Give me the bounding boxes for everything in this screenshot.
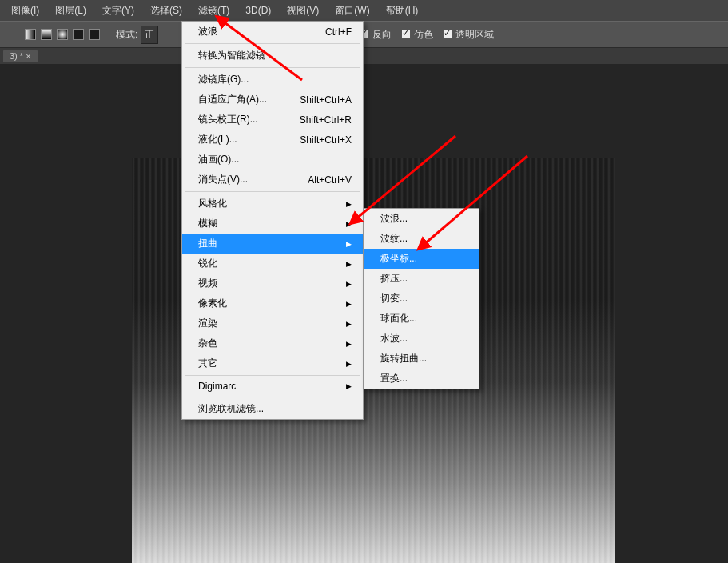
filter-menu-item[interactable]: 扭曲▶ <box>182 234 363 254</box>
checkbox-icon <box>443 30 452 39</box>
menu-item-label: 波浪... <box>380 212 408 226</box>
filter-menu-item[interactable]: Digimarc▶ <box>182 377 363 395</box>
gradient-linear-icon[interactable] <box>25 29 36 40</box>
menu-item-label: 旋转扭曲... <box>380 352 427 365</box>
menu-separator <box>185 191 360 192</box>
filter-menu-item[interactable]: 渲染▶ <box>182 313 363 333</box>
menu-item-label: 杂色 <box>198 337 217 350</box>
options-bar: 模式: 正 反向 仿色 透明区域 <box>0 21 728 48</box>
distort-submenu-item[interactable]: 切变... <box>364 289 479 309</box>
distort-submenu-item[interactable]: 旋转扭曲... <box>364 349 479 369</box>
menu-separator <box>185 375 360 376</box>
menu-item-label: 油画(O)... <box>198 153 239 166</box>
dither-label: 仿色 <box>414 28 433 42</box>
menu-text[interactable]: 文字(Y) <box>94 1 142 21</box>
menu-item-label: 锐化 <box>198 257 217 270</box>
reverse-checkbox[interactable]: 反向 <box>360 28 392 42</box>
transparency-label: 透明区域 <box>455 28 494 42</box>
filter-menu-item[interactable]: 消失点(V)...Alt+Ctrl+V <box>182 170 363 190</box>
menu-image[interactable]: 图像(I) <box>3 1 47 21</box>
menu-separator <box>185 43 360 44</box>
menu-layer[interactable]: 图层(L) <box>47 1 94 21</box>
menu-item-label: 扭曲 <box>198 237 217 250</box>
filter-menu-item[interactable]: 视频▶ <box>182 274 363 293</box>
menu-window[interactable]: 窗口(W) <box>327 1 377 21</box>
menu-item-label: 像素化 <box>198 297 227 310</box>
menu-item-label: 波纹... <box>380 232 408 246</box>
filter-menu-item[interactable]: 风格化▶ <box>182 194 363 214</box>
menu-shortcut: Shift+Ctrl+X <box>300 134 352 146</box>
menu-shortcut: Shift+Ctrl+R <box>300 114 352 126</box>
gradient-angle-icon[interactable] <box>57 29 68 40</box>
filter-menu-dropdown: 波浪Ctrl+F转换为智能滤镜滤镜库(G)...自适应广角(A)...Shift… <box>181 21 364 420</box>
menu-item-label: 镜头校正(R)... <box>198 113 258 126</box>
separator <box>109 26 109 43</box>
menu-view[interactable]: 视图(V) <box>279 1 327 21</box>
menu-3d[interactable]: 3D(D) <box>237 2 279 19</box>
menu-filter[interactable]: 滤镜(T) <box>190 1 237 21</box>
menu-separator <box>185 67 360 68</box>
gradient-radial-icon[interactable] <box>41 29 52 40</box>
distort-submenu-item[interactable]: 波浪... <box>364 209 479 229</box>
menu-item-label: 消失点(V)... <box>198 173 248 186</box>
submenu-arrow-icon: ▶ <box>346 220 352 228</box>
menu-item-label: 浏览联机滤镜... <box>198 402 264 416</box>
submenu-arrow-icon: ▶ <box>346 240 352 248</box>
filter-menu-item[interactable]: 锐化▶ <box>182 254 363 274</box>
filter-menu-item[interactable]: 转换为智能滤镜 <box>182 46 363 66</box>
filter-menu-item[interactable]: 滤镜库(G)... <box>182 70 363 90</box>
menu-help[interactable]: 帮助(H) <box>378 1 427 21</box>
menu-item-label: 自适应广角(A)... <box>198 93 267 106</box>
submenu-arrow-icon: ▶ <box>346 260 352 268</box>
menu-item-label: 液化(L)... <box>198 133 237 146</box>
filter-menu-item[interactable]: 其它▶ <box>182 353 363 373</box>
filter-menu-item[interactable]: 波浪Ctrl+F <box>182 22 363 42</box>
tab-label: 3) * × <box>10 51 31 61</box>
menubar: 图像(I) 图层(L) 文字(Y) 选择(S) 滤镜(T) 3D(D) 视图(V… <box>0 0 728 21</box>
menu-item-label: 挤压... <box>380 272 408 285</box>
reverse-label: 反向 <box>372 28 392 42</box>
submenu-arrow-icon: ▶ <box>346 340 352 348</box>
menu-item-label: 其它 <box>198 357 217 370</box>
dither-checkbox[interactable]: 仿色 <box>401 28 433 42</box>
filter-menu-item[interactable]: 油画(O)... <box>182 150 363 170</box>
menu-item-label: 视频 <box>198 277 217 290</box>
menu-shortcut: Alt+Ctrl+V <box>308 174 352 186</box>
menu-item-label: 模糊 <box>198 217 217 230</box>
gradient-diamond-icon[interactable] <box>89 29 100 40</box>
menu-item-label: Digimarc <box>198 381 236 392</box>
menu-select[interactable]: 选择(S) <box>142 1 190 21</box>
mode-label: 模式: <box>116 28 137 42</box>
filter-menu-item[interactable]: 液化(L)...Shift+Ctrl+X <box>182 130 363 150</box>
distort-submenu-item[interactable]: 水波... <box>364 329 479 349</box>
menu-item-label: 滤镜库(G)... <box>198 73 249 86</box>
menu-item-label: 水波... <box>380 332 408 345</box>
submenu-arrow-icon: ▶ <box>346 280 352 288</box>
menu-item-label: 球面化... <box>380 312 417 325</box>
filter-menu-item[interactable]: 自适应广角(A)...Shift+Ctrl+A <box>182 90 363 110</box>
submenu-arrow-icon: ▶ <box>346 300 352 308</box>
filter-menu-item[interactable]: 浏览联机滤镜... <box>182 399 363 419</box>
filter-menu-item[interactable]: 模糊▶ <box>182 214 363 234</box>
filter-menu-item[interactable]: 杂色▶ <box>182 333 363 353</box>
distort-submenu-item[interactable]: 极坐标... <box>364 249 479 269</box>
transparency-checkbox[interactable]: 透明区域 <box>443 28 494 42</box>
filter-menu-item[interactable]: 镜头校正(R)...Shift+Ctrl+R <box>182 110 363 130</box>
menu-item-label: 置换... <box>380 372 408 385</box>
menu-separator <box>185 397 360 397</box>
distort-submenu-item[interactable]: 置换... <box>364 369 479 389</box>
distort-submenu-item[interactable]: 波纹... <box>364 229 479 249</box>
menu-shortcut: Ctrl+F <box>325 26 352 38</box>
submenu-arrow-icon: ▶ <box>346 200 352 208</box>
document-tab[interactable]: 3) * × <box>3 50 38 62</box>
gradient-reflected-icon[interactable] <box>73 29 84 40</box>
distort-submenu-item[interactable]: 挤压... <box>364 269 479 289</box>
distort-submenu-dropdown: 波浪...波纹...极坐标...挤压...切变...球面化...水波...旋转扭… <box>364 208 479 389</box>
distort-submenu-item[interactable]: 球面化... <box>364 309 479 329</box>
menu-item-label: 转换为智能滤镜 <box>198 49 265 62</box>
menu-item-label: 波浪 <box>198 25 217 38</box>
menu-item-label: 渲染 <box>198 317 217 330</box>
menu-item-label: 风格化 <box>198 197 227 210</box>
mode-select[interactable]: 正 <box>141 26 158 44</box>
filter-menu-item[interactable]: 像素化▶ <box>182 293 363 313</box>
